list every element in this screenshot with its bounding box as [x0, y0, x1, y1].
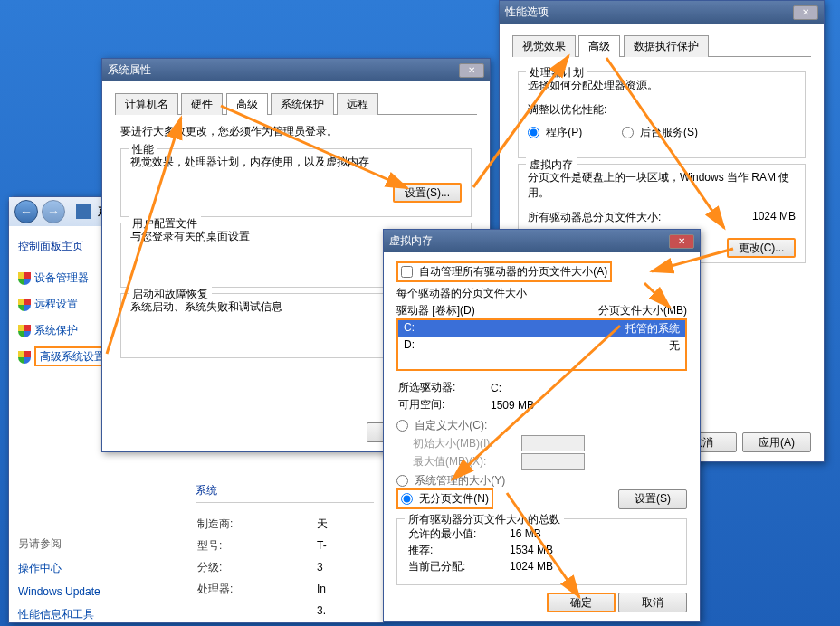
- close-icon[interactable]: ✕: [459, 63, 484, 78]
- tab-protection[interactable]: 系统保护: [271, 93, 334, 115]
- sysinfo-value: 3.: [317, 601, 332, 621]
- vm-cancel-button[interactable]: 取消: [618, 593, 687, 612]
- vm-total-label: 所有驱动器总分页文件大小:: [528, 210, 661, 225]
- profile-group-title: 用户配置文件: [129, 216, 201, 232]
- vm-dialog-title: 虚拟内存: [389, 233, 433, 249]
- vm-change-button[interactable]: 更改(C)...: [727, 238, 796, 258]
- shield-icon: [18, 351, 31, 364]
- sysinfo-value: 3: [317, 557, 332, 577]
- cur-value: 1024 MB: [510, 559, 553, 574]
- sysinfo-label: 制造商:: [197, 514, 315, 534]
- sysinfo-value: 天: [317, 514, 332, 534]
- avail-value: 1509 MB: [491, 397, 534, 413]
- close-icon[interactable]: ✕: [669, 234, 694, 249]
- vm-ok-button[interactable]: 确定: [547, 593, 616, 612]
- radio-no-paging[interactable]: 无分页文件(N): [396, 488, 493, 509]
- vm-set-button[interactable]: 设置(S): [618, 489, 687, 509]
- rec-label: 推荐:: [408, 543, 508, 557]
- radio-custom-size[interactable]: 自定义大小(C):: [396, 418, 687, 433]
- breadcrumb-icon: [76, 204, 91, 219]
- radio-programs[interactable]: 程序(P): [528, 126, 586, 138]
- cp-link-1[interactable]: 远程设置: [34, 298, 78, 310]
- max-size-input: [521, 453, 585, 470]
- sysinfo-label: 型号:: [197, 536, 315, 555]
- sysinfo-value: 1.0: [317, 622, 332, 626]
- init-size-label: 初始大小(MB)(I):: [413, 436, 521, 451]
- init-size-input: [521, 435, 585, 451]
- admin-note: 要进行大多数更改，您必须作为管理员登录。: [120, 124, 472, 139]
- adjust-label: 调整以优化性能:: [528, 102, 796, 118]
- virtual-memory-dialog: 虚拟内存 ✕ 自动管理所有驱动器的分页文件大小(A) 每个驱动器的分页文件大小 …: [383, 229, 701, 622]
- radio-sys-managed[interactable]: 系统管理的大小(Y): [396, 473, 687, 488]
- sel-drive-value: C:: [491, 380, 534, 395]
- shield-icon: [18, 325, 31, 337]
- sysinfo-label: 安装内存(RAM):: [197, 622, 315, 626]
- vm-title: 虚拟内存: [526, 157, 577, 173]
- nav-back-button[interactable]: ←: [14, 200, 38, 223]
- vm-total-value: 1024 MB: [752, 210, 796, 225]
- sysinfo-label: 分级:: [197, 557, 315, 577]
- tab-hardware[interactable]: 硬件: [181, 93, 223, 115]
- vm-desc: 分页文件是硬盘上的一块区域，Windows 当作 RAM 使用。: [528, 170, 796, 201]
- min-label: 允许的最小值:: [408, 526, 508, 541]
- close-icon[interactable]: ✕: [793, 5, 818, 20]
- startup-group-title: 启动和故障恢复: [129, 287, 212, 302]
- each-drive-label: 每个驱动器的分页文件大小: [396, 286, 687, 301]
- sys-props-title: 系统属性: [108, 62, 151, 78]
- drive-header-right: 分页文件大小(MB): [598, 303, 687, 318]
- sysinfo-title: 系统: [196, 483, 374, 503]
- see-also-1[interactable]: Windows Update: [18, 585, 177, 598]
- tab-visual[interactable]: 视觉效果: [512, 35, 576, 57]
- drive-list[interactable]: C:托管的系统 D:无: [396, 318, 687, 371]
- perf-settings-button[interactable]: 设置(S)...: [393, 183, 462, 203]
- perf-group-title: 性能: [129, 142, 158, 157]
- sysinfo-label: [197, 601, 315, 621]
- auto-manage-checkbox[interactable]: 自动管理所有驱动器的分页文件大小(A): [396, 261, 612, 282]
- shield-icon: [18, 272, 31, 285]
- see-also-2[interactable]: 性能信息和工具: [18, 607, 177, 622]
- sysinfo-value: In: [317, 579, 332, 599]
- see-also-heading: 另请参阅: [18, 536, 177, 552]
- tab-remote[interactable]: 远程: [337, 93, 378, 115]
- tab-advanced[interactable]: 高级: [226, 93, 268, 115]
- rec-value: 1534 MB: [510, 543, 553, 557]
- tab-computer-name[interactable]: 计算机名: [115, 93, 178, 115]
- avail-label: 可用空间:: [398, 397, 489, 413]
- see-also-0[interactable]: 操作中心: [18, 561, 177, 576]
- radio-services[interactable]: 后台服务(S): [622, 126, 698, 138]
- shield-icon: [18, 299, 31, 311]
- cp-link-2[interactable]: 系统保护: [34, 324, 78, 337]
- nav-fwd-button[interactable]: →: [42, 200, 65, 223]
- tab-dep[interactable]: 数据执行保护: [624, 35, 709, 57]
- cp-link-3[interactable]: 高级系统设置: [34, 346, 110, 366]
- sysinfo-label: 处理器:: [197, 579, 315, 599]
- perf-desc: 视觉效果，处理器计划，内存使用，以及虚拟内存: [130, 155, 462, 170]
- perf-apply-button[interactable]: 应用(A): [742, 432, 811, 452]
- perf-tabs: 视觉效果 高级 数据执行保护: [512, 34, 811, 57]
- min-value: 16 MB: [510, 526, 553, 541]
- perf-title: 性能选项: [505, 5, 549, 20]
- tab-perf-advanced[interactable]: 高级: [578, 35, 620, 57]
- cp-link-0[interactable]: 设备管理器: [34, 271, 89, 284]
- sched-title: 处理器计划: [526, 65, 587, 81]
- drive-header-left: 驱动器 [卷标](D): [396, 303, 475, 318]
- max-size-label: 最大值(MB)(X):: [413, 454, 521, 470]
- sysinfo-value: T-: [317, 536, 332, 555]
- totals-title: 所有驱动器分页文件大小的总数: [405, 512, 564, 527]
- sel-drive-label: 所选驱动器:: [398, 380, 489, 395]
- sys-props-tabs: 计算机名 硬件 高级 系统保护 远程: [115, 92, 477, 115]
- cur-label: 当前已分配:: [408, 559, 508, 574]
